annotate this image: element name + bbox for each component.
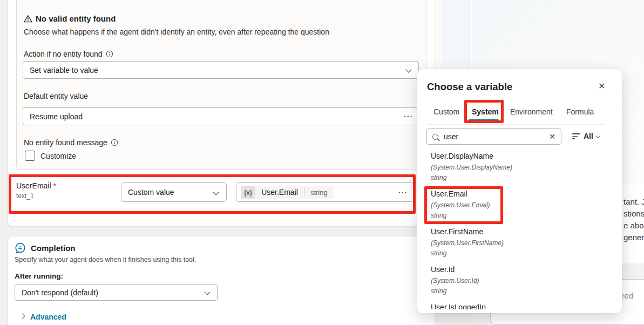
copilot-studio-canvas: tant. Ju stions. e abou genera eed No va… <box>0 0 644 325</box>
variable-name: User.Email <box>431 189 490 198</box>
variable-type: string <box>431 249 504 257</box>
tab-custom[interactable]: Custom <box>433 107 459 116</box>
default-entity-value-input[interactable]: Resume upload ⋯ <box>23 107 419 125</box>
completion-heading: Completion <box>31 243 76 253</box>
filter-icon <box>572 133 580 139</box>
choose-variable-dialog: Choose a variable ✕ Custom System Enviro… <box>417 69 622 313</box>
variable-path: (System.User.DisplayName) <box>431 164 512 171</box>
active-tab-underline <box>469 119 499 121</box>
variable-type: string <box>431 174 512 181</box>
custom-value-field[interactable]: {x} User.Email string ⋯ <box>236 182 414 202</box>
variable-type: string <box>431 212 490 219</box>
user-email-variable-id: text_1 <box>16 192 34 200</box>
warning-icon <box>24 15 32 25</box>
action-select[interactable]: Set variable to value <box>23 61 419 79</box>
variable-type: string <box>431 287 479 295</box>
filter-all-button[interactable]: All <box>584 132 593 140</box>
message-fragment: genera <box>623 232 644 243</box>
user-email-variable-name: UserEmail * <box>16 181 56 190</box>
value-mode-select[interactable]: Custom value <box>121 182 227 202</box>
list-item[interactable]: User.Email (System.User.Email) string <box>431 189 490 219</box>
more-options-icon[interactable]: ⋯ <box>403 112 413 121</box>
variable-chip[interactable]: {x} User.Email string <box>241 186 334 199</box>
variable-name: User.FirstName <box>431 227 504 236</box>
info-icon[interactable] <box>111 139 118 146</box>
more-options-icon[interactable]: ⋯ <box>398 188 408 197</box>
test-pane-message-text: tant. Ju stions. e abou genera <box>623 196 644 243</box>
chevron-down-icon <box>213 189 219 195</box>
variable-path: (System.User.FirstName) <box>431 239 504 247</box>
chevron-down-icon <box>596 134 600 138</box>
list-item[interactable]: User.FirstName (System.User.FirstName) s… <box>431 227 504 257</box>
search-icon <box>432 134 438 140</box>
message-fragment: tant. Ju <box>623 196 644 208</box>
default-entity-value-label: Default entity value <box>24 92 88 100</box>
variable-list: User.DisplayName (System.User.DisplayNam… <box>417 147 622 309</box>
action-if-no-entity-label: Action if no entity found <box>24 50 113 58</box>
search-input[interactable] <box>443 132 531 141</box>
after-running-label: After running: <box>15 272 63 280</box>
canvas-connector-band <box>443 0 470 70</box>
variable-path: (System.User.Email) <box>431 201 490 209</box>
message-fragment: stions. <box>623 208 644 220</box>
fx-icon: {x} <box>241 186 255 199</box>
info-icon[interactable] <box>106 50 113 58</box>
search-box[interactable]: ✕ <box>426 128 561 145</box>
no-entity-message-label: No entity found message <box>24 138 118 147</box>
variable-name: User.Id <box>431 265 479 274</box>
chevron-down-icon <box>405 66 411 72</box>
section-heading: No valid entity found <box>36 14 116 23</box>
section-description: Choose what happens if the agent didn't … <box>24 28 329 36</box>
close-icon[interactable]: ✕ <box>598 81 605 91</box>
required-asterisk: * <box>53 181 56 190</box>
variable-name: User.DisplayName <box>431 152 512 160</box>
customize-checkbox[interactable] <box>25 151 35 161</box>
variable-name: User.IsLoggedIn <box>431 303 486 309</box>
chip-variable-type: string <box>304 188 334 197</box>
list-item[interactable]: User.DisplayName (System.User.DisplayNam… <box>431 152 512 181</box>
dialog-title: Choose a variable <box>427 81 512 93</box>
message-fragment: e abou <box>623 220 644 232</box>
tab-environment[interactable]: Environment <box>510 107 553 116</box>
advanced-link[interactable]: Advanced <box>30 313 66 321</box>
chevron-down-icon <box>204 289 210 295</box>
variable-path: (System.User.Id) <box>431 277 479 285</box>
completion-icon <box>14 242 26 256</box>
list-item[interactable]: User.Id (System.User.Id) string <box>431 265 479 295</box>
completion-description: Specify what your agent does when it fin… <box>15 256 196 263</box>
chip-variable-name: User.Email <box>255 188 304 197</box>
customize-label: Customize <box>40 152 76 160</box>
list-item[interactable]: User.IsLoggedIn <box>431 303 486 309</box>
after-running-select[interactable]: Don't respond (default) <box>15 284 218 301</box>
tab-formula[interactable]: Formula <box>566 107 594 116</box>
clear-search-icon[interactable]: ✕ <box>549 132 555 141</box>
tab-divider <box>427 124 605 125</box>
tab-system[interactable]: System <box>472 107 499 116</box>
